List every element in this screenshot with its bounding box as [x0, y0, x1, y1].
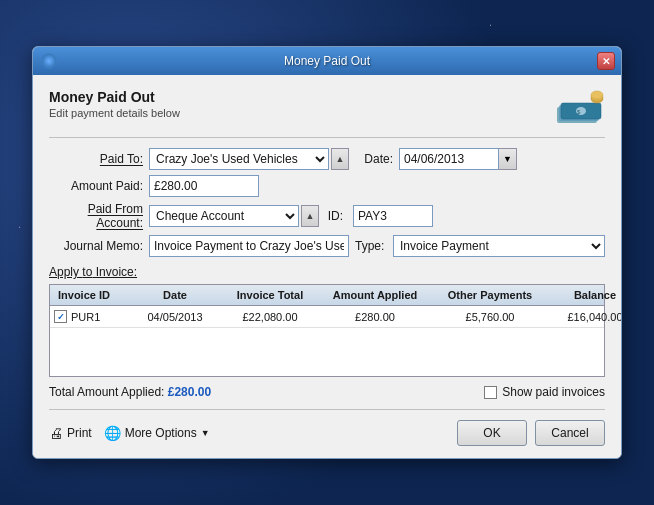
amount-paid-label: Amount Paid: — [49, 179, 149, 193]
date-label: Date: — [349, 152, 399, 166]
title-bar: Money Paid Out ✕ — [33, 47, 621, 75]
type-select[interactable]: Invoice Payment — [393, 235, 605, 257]
total-label: Total Amount Applied: — [49, 385, 164, 399]
total-value: £280.00 — [168, 385, 211, 399]
paid-from-lookup-btn[interactable]: ▲ — [301, 205, 319, 227]
print-label: Print — [67, 426, 92, 440]
table-row: PUR1 04/05/2013 £22,080.00 £280.00 £5,76… — [50, 306, 604, 328]
row-invoice-id-cell: PUR1 — [50, 308, 130, 325]
money-icon: $ — [555, 89, 605, 127]
paid-to-field: Crazy Joe's Used Vehicles ▲ — [149, 148, 349, 170]
close-button[interactable]: ✕ — [597, 52, 615, 70]
paid-from-label: Paid From Account: — [49, 202, 149, 230]
print-button[interactable]: 🖨 Print — [49, 425, 92, 441]
header-divider — [49, 137, 605, 138]
money-paid-out-window: Money Paid Out ✕ Money Paid Out Edit pay… — [32, 46, 622, 459]
dialog-title: Money Paid Out — [49, 89, 555, 105]
paid-from-row: Paid From Account: Cheque Account ▲ ID: — [49, 202, 605, 230]
memo-row: Journal Memo: Type: Invoice Payment — [49, 235, 605, 257]
col-invoice-id: Invoice ID — [50, 287, 130, 303]
footer-left: 🖨 Print 🌐 More Options ▼ — [49, 425, 457, 441]
date-input[interactable] — [399, 148, 499, 170]
amount-paid-input[interactable] — [149, 175, 259, 197]
table-body: PUR1 04/05/2013 £22,080.00 £280.00 £5,76… — [50, 306, 604, 376]
apply-to-text: to — [82, 265, 92, 279]
window-title: Money Paid Out — [284, 54, 370, 68]
id-label: ID: — [319, 209, 349, 223]
footer-right: OK Cancel — [457, 420, 605, 446]
apply-invoice-text: Invoice: — [92, 265, 137, 279]
bottom-row: Total Amount Applied: £280.00 Show paid … — [49, 385, 605, 399]
window-icon — [41, 53, 57, 69]
paid-to-lookup-btn[interactable]: ▲ — [331, 148, 349, 170]
print-icon: 🖨 — [49, 425, 63, 441]
col-balance: Balance — [550, 287, 622, 303]
date-dropdown-btn[interactable]: ▼ — [499, 148, 517, 170]
paid-from-select[interactable]: Cheque Account — [149, 205, 299, 227]
apply-text: Apply — [49, 265, 82, 279]
paid-from-field: Cheque Account ▲ — [149, 205, 319, 227]
show-paid-checkbox[interactable] — [484, 386, 497, 399]
row-other-payments: £5,760.00 — [430, 309, 550, 325]
total-section: Total Amount Applied: £280.00 — [49, 385, 211, 399]
date-field: ▼ — [399, 148, 517, 170]
form-fields: Paid To: Crazy Joe's Used Vehicles ▲ Dat… — [49, 148, 605, 257]
id-input[interactable] — [353, 205, 433, 227]
globe-icon: 🌐 — [104, 425, 121, 441]
footer-buttons: 🖨 Print 🌐 More Options ▼ OK Cancel — [49, 420, 605, 446]
col-date: Date — [130, 287, 220, 303]
dialog-subtitle: Edit payment details below — [49, 107, 555, 119]
paid-to-row: Paid To: Crazy Joe's Used Vehicles ▲ Dat… — [49, 148, 605, 170]
row-amount-applied: £280.00 — [320, 309, 430, 325]
paid-to-select[interactable]: Crazy Joe's Used Vehicles — [149, 148, 329, 170]
row-balance: £16,040.00 — [550, 309, 622, 325]
memo-input[interactable] — [149, 235, 349, 257]
amount-paid-row: Amount Paid: — [49, 175, 605, 197]
more-options-label: More Options — [125, 426, 197, 440]
cancel-button[interactable]: Cancel — [535, 420, 605, 446]
col-amount-applied: Amount Applied — [320, 287, 430, 303]
svg-point-7 — [591, 91, 603, 99]
dialog-content: Money Paid Out Edit payment details belo… — [33, 75, 621, 458]
type-label: Type: — [349, 239, 389, 253]
row-checkbox[interactable] — [54, 310, 67, 323]
header-text: Money Paid Out Edit payment details belo… — [49, 89, 555, 119]
table-header: Invoice ID Date Invoice Total Amount App… — [50, 285, 604, 306]
dropdown-arrow-icon: ▼ — [201, 428, 210, 438]
footer-divider — [49, 409, 605, 410]
more-options-button[interactable]: 🌐 More Options ▼ — [104, 425, 210, 441]
row-invoice-total: £22,080.00 — [220, 309, 320, 325]
header-section: Money Paid Out Edit payment details belo… — [49, 89, 605, 127]
show-paid-label: Show paid invoices — [502, 385, 605, 399]
memo-label: Journal Memo: — [49, 239, 149, 253]
col-invoice-total: Invoice Total — [220, 287, 320, 303]
col-other-payments: Other Payments — [430, 287, 550, 303]
ok-button[interactable]: OK — [457, 420, 527, 446]
apply-label: Apply to Invoice: — [49, 265, 605, 279]
row-invoice-id: PUR1 — [71, 311, 100, 323]
row-date: 04/05/2013 — [130, 309, 220, 325]
paid-to-label: Paid To: — [49, 152, 149, 166]
invoice-table: Invoice ID Date Invoice Total Amount App… — [49, 284, 605, 377]
show-paid-section: Show paid invoices — [484, 385, 605, 399]
